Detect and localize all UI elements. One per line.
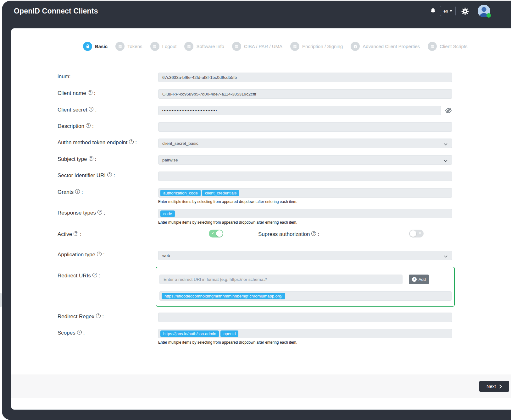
help-icon[interactable]: ? [89,156,93,161]
basket-icon [83,42,92,51]
page: OpenID Connect Clients en [0,0,511,420]
grant-tag[interactable]: authorization_code [160,190,201,196]
card-icon [290,42,299,51]
response-type-tag[interactable]: code [160,210,175,217]
card-icon [115,42,125,51]
cube-icon [351,42,360,51]
redirect-uris-label: Redirect URIs?: [58,273,100,279]
selected-value: pairwise [162,158,178,162]
client-secret-label: Client secret?: [58,107,97,113]
redirect-uri-input[interactable] [159,275,403,284]
authn-method-select[interactable]: client_secret_basic [158,139,452,148]
left-edge-notch [0,293,2,307]
active-label: Active?: [58,231,81,237]
help-icon[interactable]: ? [86,123,91,128]
authn-method-label: Authn method token endpoint?: [58,139,137,146]
client-name-field[interactable] [158,89,452,99]
add-button-label: Add [419,277,426,282]
tab-tokens[interactable]: Tokens [115,42,142,51]
help-icon[interactable]: ? [97,252,102,256]
scopes-label: Scopes?: [58,330,85,336]
tab-encription-signing[interactable]: Encription / Signing [290,42,343,51]
active-toggle[interactable]: ✓ [209,230,223,237]
scope-tag[interactable]: openid [220,330,238,337]
inum-field[interactable] [158,73,452,82]
chevron-down-icon [444,142,447,146]
selected-value: web [162,253,170,258]
help-icon[interactable]: ? [129,139,134,144]
grants-field[interactable]: authorization_code client_credentials [158,188,452,198]
chevron-down-icon [444,158,447,163]
help-icon[interactable]: ? [97,210,102,215]
scopes-field[interactable]: https://jans.io/auth/ssa.admin openid [158,329,452,338]
online-status-dot [486,13,491,18]
tab-label: Basic [95,44,108,49]
plus-icon: + [412,277,417,282]
redirect-uris-field[interactable]: https://efloodedcomholdmgmkfhhmmlnnbemgf… [159,291,452,301]
tab-advanced-client-properties[interactable]: Advanced Client Properties [351,42,420,51]
next-button[interactable]: Next [479,381,509,392]
supress-authorization-label: Supress authorization?: [258,231,319,237]
sector-identifier-uri-label: Sector Identifier URI?: [58,172,115,179]
help-icon[interactable]: ? [92,273,97,277]
eye-slash-icon[interactable] [445,107,452,114]
description-field[interactable] [158,122,452,132]
supress-authorization-toggle[interactable]: ✕ [409,230,424,237]
application-type-select[interactable]: web [158,251,452,260]
application-type-label: Application type?: [58,252,105,258]
help-icon[interactable]: ? [107,172,112,177]
toggle-knob [216,230,223,237]
help-icon[interactable]: ? [74,231,78,236]
description-label: Description?: [58,123,94,129]
tab-software-info[interactable]: Software Info [184,42,224,51]
app-frame: OpenID Connect Clients en [2,1,511,420]
content-card: Basic Tokens Logout [11,28,511,410]
response-types-label: Response types?: [58,210,105,216]
user-avatar[interactable] [478,5,490,17]
client-secret-field[interactable]: •••••••••••••••••••••••••••••••••• [158,106,441,115]
help-icon[interactable]: ? [77,330,82,335]
multi-item-hint: Enter multiple items by selecting from a… [158,340,297,345]
help-icon[interactable]: ? [75,189,80,194]
tab-logout[interactable]: Logout [150,42,177,51]
add-redirect-uri-button[interactable]: + Add [409,275,429,284]
check-icon: ✓ [211,231,214,235]
help-icon[interactable]: ? [89,107,93,112]
tab-client-scripts[interactable]: Client Scripts [428,42,467,51]
tab-label: Software Info [196,44,224,49]
page-title: OpenID Connect Clients [14,7,98,15]
wizard-stepper: Basic Tokens Logout [83,42,467,51]
response-types-field[interactable]: code [158,209,452,218]
subject-type-label: Subject type?: [58,156,96,162]
card-icon [232,42,241,51]
sector-identifier-uri-field[interactable] [158,172,452,181]
tab-label: Client Scripts [440,44,467,49]
help-icon[interactable]: ? [96,314,101,318]
redirect-regex-field[interactable] [158,313,452,322]
language-selector[interactable]: en [440,6,456,16]
client-name-label: Client name?: [58,90,95,96]
settings-gear-icon[interactable] [461,7,469,16]
grants-label: Grants?: [58,189,83,195]
app-header: OpenID Connect Clients en [2,1,511,23]
multi-item-hint: Enter multiple items by selecting from a… [158,220,297,225]
redirect-uri-tag[interactable]: https://efloodedcomholdmgmkfhhmmlnnbemgf… [162,293,285,299]
tab-basic[interactable]: Basic [83,42,108,51]
chevron-down-icon [444,254,447,259]
help-icon[interactable]: ? [88,90,92,95]
scope-tag[interactable]: https://jans.io/auth/ssa.admin [160,330,219,337]
card-footer: Next [11,374,511,398]
notifications-bell-icon[interactable] [429,7,437,16]
grant-tag[interactable]: client_credentials [202,190,239,196]
x-icon: ✕ [419,231,421,235]
next-button-label: Next [486,384,496,389]
card-icon [150,42,159,51]
card-icon [184,42,193,51]
tab-label: Tokens [127,44,142,49]
help-icon[interactable]: ? [311,231,316,236]
tab-ciba-par-uma[interactable]: CIBA / PAR / UMA [232,42,282,51]
inum-label: inum: [58,74,71,80]
multi-item-hint: Enter multiple items by selecting from a… [158,199,297,204]
tab-label: Encription / Signing [302,44,343,49]
subject-type-select[interactable]: pairwise [158,155,452,165]
